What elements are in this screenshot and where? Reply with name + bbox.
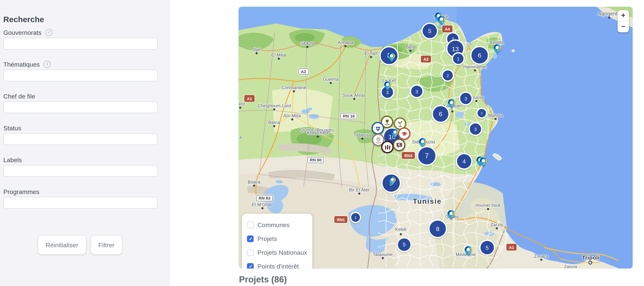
field-input[interactable] bbox=[3, 101, 158, 113]
heart-pulse-icon[interactable] bbox=[372, 122, 384, 135]
project-cluster-marker[interactable]: 8 bbox=[380, 46, 399, 65]
city-dot bbox=[344, 45, 346, 47]
project-pin-icon[interactable] bbox=[388, 52, 396, 62]
reset-button[interactable]: Réinitialiser bbox=[38, 236, 86, 254]
project-cluster-marker[interactable]: 3 bbox=[468, 122, 482, 136]
city-label: Biskra bbox=[248, 179, 260, 184]
legend-item-communes[interactable]: Communes bbox=[247, 218, 307, 232]
project-cluster-marker[interactable]: 3 bbox=[410, 84, 424, 98]
city-label: Skikda bbox=[300, 41, 314, 46]
field-label: Programmes bbox=[3, 188, 39, 195]
filter-button[interactable]: Filtrer bbox=[91, 236, 122, 254]
city-dot bbox=[358, 193, 360, 195]
project-cluster-marker[interactable]: 3 bbox=[459, 92, 473, 105]
road-badge: RN 83 bbox=[256, 195, 273, 201]
project-pin-icon[interactable] bbox=[493, 44, 502, 54]
field-input[interactable] bbox=[3, 38, 158, 49]
road-badge: A4 bbox=[442, 25, 452, 32]
city-label: Tataouine bbox=[373, 252, 393, 257]
project-cluster-marker[interactable]: 8 bbox=[428, 219, 447, 238]
city-label: Sétif bbox=[238, 101, 245, 106]
project-pin-icon[interactable] bbox=[447, 210, 456, 220]
field-input[interactable] bbox=[3, 197, 158, 209]
project-cluster-marker[interactable]: 1 bbox=[350, 212, 361, 223]
project-cluster-marker[interactable]: 2 bbox=[442, 69, 454, 82]
road-badge: A1 bbox=[506, 244, 516, 251]
field-labels: Labels bbox=[3, 155, 158, 164]
road-badge: RN1 bbox=[334, 216, 347, 223]
capital-dot-icon bbox=[588, 261, 592, 265]
city-label: Souk Ahras bbox=[343, 92, 366, 98]
city-dot bbox=[330, 82, 332, 84]
legend-item-projets[interactable]: Projets bbox=[247, 232, 307, 245]
project-cluster-marker[interactable]: 6 bbox=[470, 46, 489, 65]
city-label: Barika bbox=[238, 134, 242, 139]
project-cluster-marker[interactable]: 1 bbox=[476, 108, 487, 119]
project-pin-icon[interactable] bbox=[448, 99, 456, 109]
legend-label: Communes bbox=[258, 221, 290, 228]
layers-legend: CommunesProjetsProjets NationauxPoints d… bbox=[242, 214, 312, 269]
cluster-count: 1 bbox=[354, 215, 356, 220]
info-icon[interactable]: i bbox=[44, 60, 50, 68]
search-sidebar: Recherche GouvernoratsiThématiquesiChef … bbox=[0, 0, 170, 286]
field-gouvernorats: Gouvernoratsi bbox=[3, 28, 158, 37]
field-input[interactable] bbox=[3, 133, 158, 145]
project-pin-icon[interactable] bbox=[464, 246, 472, 256]
city-label: Agrigente bbox=[598, 11, 620, 17]
graduation-cap-icon[interactable] bbox=[398, 127, 410, 140]
cluster-count: 3 bbox=[474, 127, 477, 132]
city-dot bbox=[382, 257, 384, 259]
field-chef-de-file: Chef de file bbox=[3, 91, 158, 101]
zoom-in-button[interactable]: + bbox=[618, 10, 629, 21]
city-label: Khenchela bbox=[307, 130, 329, 135]
people-icon[interactable] bbox=[381, 141, 394, 153]
legend-label: Points d'intérêt bbox=[258, 263, 299, 269]
city-label: Zaouïa bbox=[564, 264, 577, 269]
project-cluster-marker[interactable]: 5 bbox=[421, 23, 438, 39]
project-cluster-marker[interactable]: 7 bbox=[417, 146, 437, 166]
city-label: Constantine bbox=[282, 85, 306, 90]
project-pin-icon[interactable] bbox=[479, 157, 488, 167]
project-cluster-marker[interactable]: 3 bbox=[380, 85, 394, 99]
cluster-count: 5 bbox=[428, 28, 432, 34]
city-dot bbox=[540, 259, 542, 261]
legend-checkbox[interactable] bbox=[247, 249, 254, 256]
field-input[interactable] bbox=[3, 70, 158, 81]
legend-label: Projets Nationaux bbox=[258, 249, 307, 256]
city-label: Batna bbox=[268, 120, 280, 125]
road-badge: RN3 bbox=[402, 152, 415, 159]
city-dot bbox=[291, 118, 293, 120]
project-pin-icon[interactable] bbox=[437, 15, 446, 26]
legend-item-points-d-int-r-t[interactable]: Points d'intérêt bbox=[247, 259, 307, 269]
city-label: Guelma bbox=[323, 77, 339, 82]
city-dot bbox=[273, 108, 275, 110]
project-cluster-marker[interactable]: 5 bbox=[479, 240, 495, 256]
project-cluster-marker[interactable]: 9 bbox=[381, 173, 401, 193]
city-label: Tébessa bbox=[354, 132, 371, 137]
city-dot bbox=[400, 233, 402, 235]
cluster-count: 1 bbox=[481, 111, 483, 115]
map-canvas[interactable]: JijelEl MiliaSkikdaAnnabaEl TarfGuelmaCo… bbox=[238, 7, 633, 269]
road-badge: A2 bbox=[298, 68, 309, 75]
page: Recherche GouvernoratsiThématiquesiChef … bbox=[0, 0, 644, 286]
project-cluster-marker[interactable]: 6 bbox=[432, 105, 450, 123]
zoom-out-button[interactable]: − bbox=[618, 21, 629, 32]
euro-bubble-icon[interactable]: € bbox=[393, 139, 406, 151]
city-label: Mahdia bbox=[488, 113, 503, 118]
road-badge: A3 bbox=[421, 56, 431, 62]
field-input[interactable] bbox=[3, 165, 158, 177]
legend-checkbox[interactable] bbox=[247, 235, 254, 242]
cluster-count: 5 bbox=[486, 245, 488, 251]
project-cluster-marker[interactable]: 4 bbox=[456, 153, 472, 170]
project-pin-icon[interactable] bbox=[388, 176, 396, 186]
project-cluster-marker[interactable]: 5 bbox=[397, 237, 412, 252]
legend-checkbox[interactable] bbox=[247, 221, 254, 228]
info-icon[interactable]: i bbox=[45, 29, 52, 36]
project-pin-icon[interactable] bbox=[384, 81, 392, 91]
legend-item-projets-nationaux[interactable]: Projets Nationaux bbox=[247, 246, 307, 259]
city-label: Houmet Souk bbox=[476, 203, 500, 208]
city-dot bbox=[361, 138, 363, 140]
project-cluster-marker[interactable]: 1 bbox=[452, 52, 465, 65]
legend-checkbox[interactable] bbox=[247, 263, 254, 269]
city-label: El M'Ghair bbox=[252, 202, 273, 207]
